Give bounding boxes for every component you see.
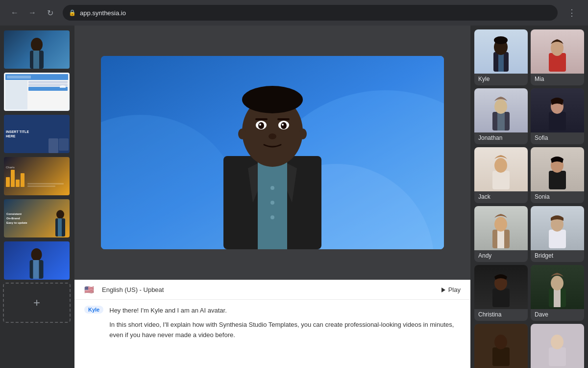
language-selector[interactable]: English (US) - Upbeat: [102, 286, 164, 293]
slides-panel: INSERT TITLEHERE Charts: [0, 26, 74, 368]
avatar-card-more2[interactable]: [531, 324, 584, 368]
avatars-panel: Kyle Mia: [470, 26, 588, 368]
slide-thumb-6[interactable]: [3, 240, 71, 281]
play-triangle-icon: [441, 288, 445, 292]
svg-point-18: [270, 201, 274, 205]
avatar-name-andy: Andy: [474, 250, 528, 262]
svg-rect-24: [255, 118, 268, 120]
avatar-card-more1[interactable]: [474, 324, 528, 368]
slide-thumb-4[interactable]: Charts: [3, 156, 71, 196]
avatar-name-kyle: Kyle: [474, 74, 528, 85]
svg-point-32: [269, 133, 276, 139]
script-paragraph-1: Hey there! I'm Kyle and I am an AI avata…: [109, 306, 461, 316]
svg-rect-45: [492, 171, 510, 189]
slide-thumb-2[interactable]: [3, 72, 71, 112]
app-layout: INSERT TITLEHERE Charts: [0, 26, 588, 368]
avatar-card-jack[interactable]: Jack: [474, 147, 528, 203]
avatar-image-andy: [474, 206, 528, 250]
slide-thumb-5[interactable]: ConsistentOn-BrandEasy to update: [3, 198, 71, 238]
script-toolbar: 🇺🇸 English (US) - Upbeat Play: [74, 280, 470, 300]
back-button[interactable]: ←: [8, 6, 22, 20]
svg-point-6: [31, 248, 42, 261]
avatar-card-sofia[interactable]: Sofia: [531, 88, 584, 144]
avatar-name-dave: Dave: [531, 309, 584, 321]
svg-point-31: [282, 124, 284, 126]
svg-rect-5: [58, 218, 62, 237]
svg-point-17: [270, 186, 274, 190]
svg-rect-41: [497, 112, 505, 131]
speaker-badge: Kyle: [84, 306, 103, 314]
add-slide-button[interactable]: +: [3, 283, 71, 323]
avatar-image-bridget: [531, 206, 584, 250]
svg-point-51: [494, 217, 507, 232]
avatar-name-jonathan: Jonathan: [474, 132, 528, 144]
avatar-image-sofia: [531, 88, 584, 132]
script-text[interactable]: Hey there! I'm Kyle and I am an AI avata…: [109, 306, 461, 344]
url-text: app.synthesia.io: [80, 9, 126, 17]
svg-point-60: [494, 335, 507, 349]
video-frame: [101, 56, 444, 249]
lock-icon: 🔒: [69, 9, 76, 16]
svg-rect-35: [498, 52, 504, 72]
svg-point-46: [494, 158, 507, 173]
svg-point-37: [494, 36, 508, 44]
svg-rect-25: [277, 118, 290, 120]
avatar-card-kyle[interactable]: Kyle: [474, 29, 528, 85]
slide-thumb-3[interactable]: INSERT TITLEHERE: [3, 114, 71, 154]
avatar-image-jack: [474, 147, 528, 191]
avatar-card-mia[interactable]: Mia: [531, 29, 584, 85]
avatar-image-more2: [531, 324, 584, 368]
nav-buttons: ← → ↻: [8, 6, 57, 20]
avatar-name-mia: Mia: [531, 74, 584, 85]
svg-rect-43: [549, 112, 566, 131]
avatar-card-sonia[interactable]: Sonia: [531, 147, 584, 203]
browser-chrome: ← → ↻ 🔒 app.synthesia.io ⋮: [0, 0, 588, 26]
svg-point-0: [31, 38, 43, 52]
avatars-grid: Kyle Mia: [474, 29, 584, 368]
svg-rect-47: [549, 171, 566, 189]
svg-point-19: [270, 215, 274, 219]
svg-point-62: [551, 335, 564, 349]
avatar-name-christina: Christina: [474, 309, 528, 321]
script-area: 🇺🇸 English (US) - Upbeat Play Kyle Hey t…: [74, 280, 470, 368]
svg-point-28: [259, 124, 261, 126]
video-preview: [74, 26, 470, 280]
avatar-image-kyle: [474, 29, 528, 74]
reload-button[interactable]: ↻: [43, 6, 57, 20]
svg-rect-54: [492, 289, 510, 307]
avatar-image-sonia: [531, 147, 584, 191]
avatar-name-sonia: Sonia: [531, 191, 584, 203]
avatar-name-sofia: Sofia: [531, 132, 584, 144]
avatar-image-christina: [474, 265, 528, 309]
avatar-card-dave[interactable]: Dave: [531, 265, 584, 321]
svg-point-27: [258, 122, 264, 129]
svg-point-22: [238, 129, 246, 139]
svg-rect-8: [33, 260, 39, 279]
browser-menu-button[interactable]: ⋮: [564, 5, 580, 20]
main-content: 🇺🇸 English (US) - Upbeat Play Kyle Hey t…: [74, 26, 470, 368]
avatar-card-andy[interactable]: Andy: [474, 206, 528, 262]
avatar-card-jonathan[interactable]: Jonathan: [474, 88, 528, 144]
svg-rect-50: [497, 230, 504, 248]
forward-button[interactable]: →: [25, 6, 39, 20]
play-label: Play: [448, 286, 461, 293]
avatar-image-dave: [531, 265, 584, 309]
slide-thumb-1[interactable]: [3, 29, 71, 70]
svg-rect-57: [554, 289, 561, 307]
avatar-card-christina[interactable]: Christina: [474, 265, 528, 321]
script-content: Kyle Hey there! I'm Kyle and I am an AI …: [74, 300, 470, 350]
avatar-card-bridget[interactable]: Bridget: [531, 206, 584, 262]
svg-rect-52: [549, 230, 566, 248]
avatar-name-bridget: Bridget: [531, 250, 584, 262]
svg-rect-61: [549, 347, 566, 366]
svg-point-33: [242, 86, 303, 113]
svg-point-23: [299, 129, 307, 139]
svg-rect-2: [33, 51, 39, 69]
script-paragraph-2: In this short video, I'll explain how wi…: [109, 320, 461, 341]
avatar-image-more1: [474, 324, 528, 368]
address-bar[interactable]: 🔒 app.synthesia.io: [63, 5, 558, 21]
play-button[interactable]: Play: [441, 286, 461, 293]
svg-point-3: [56, 210, 64, 219]
svg-point-58: [551, 276, 564, 290]
avatar-image-jonathan: [474, 88, 528, 132]
